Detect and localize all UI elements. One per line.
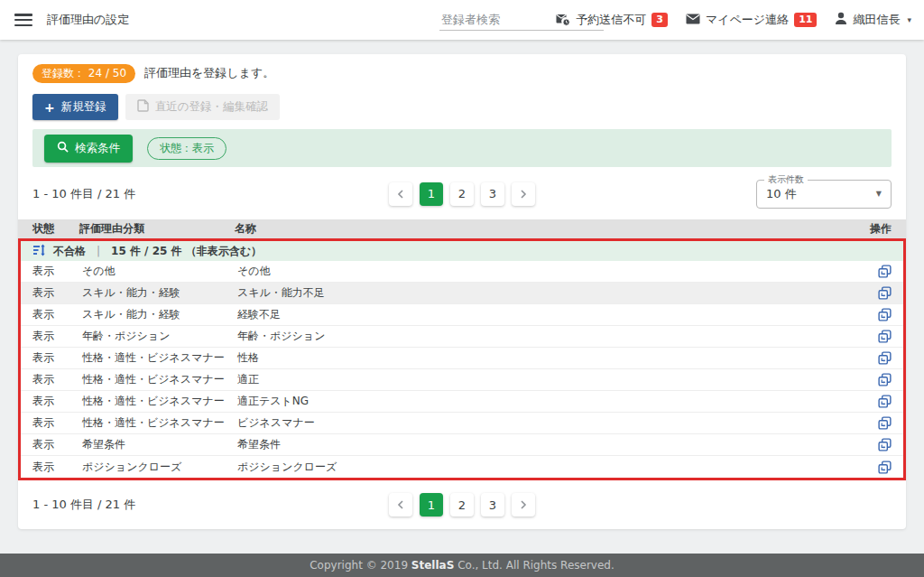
registration-count-badge: 登録数： 24 / 50	[32, 64, 135, 83]
mypage-contact-menu[interactable]: マイページ連絡 11	[686, 12, 818, 28]
row-category: 年齢・ポジション	[82, 329, 237, 344]
table-row[interactable]: 表示 希望条件 希望条件	[21, 434, 903, 456]
table-row[interactable]: 表示 年齢・ポジション 年齢・ポジション	[21, 326, 903, 348]
mypage-count-badge: 11	[794, 13, 817, 27]
row-name: 適正テストNG	[237, 394, 849, 409]
page-button-1[interactable]: 1	[420, 493, 443, 517]
page-title: 評価理由の設定	[47, 12, 129, 28]
column-status: 状態	[18, 221, 79, 237]
row-status: 表示	[21, 372, 82, 387]
row-operations	[849, 308, 903, 321]
per-page-label: 表示件数	[764, 174, 808, 185]
paginator-bottom: 123	[389, 493, 535, 517]
row-name: 経験不足	[237, 307, 849, 322]
table-header: 状態 評価理由分類 名称 操作	[18, 219, 906, 238]
row-category: 性格・適性・ビジネスマナー	[82, 415, 237, 431]
highlighted-table-region: 不合格 | 15 件 / 25 件 （非表示含む） 表示 その他 その他 表示 …	[18, 238, 906, 480]
next-page-button-bottom[interactable]	[512, 493, 535, 517]
row-operations	[849, 351, 903, 365]
copy-icon[interactable]	[878, 330, 892, 343]
app-bar-right: 予約送信不可 3 マイページ連絡 11 織田信長 ▾	[556, 12, 911, 29]
reserve-count-badge: 3	[651, 13, 668, 27]
page-buttons: 123	[420, 182, 504, 206]
chevron-right-icon	[520, 190, 527, 199]
row-category: その他	[82, 264, 237, 279]
copy-icon[interactable]	[878, 438, 892, 451]
plus-icon: +	[44, 102, 55, 113]
app-bar: 評価理由の設定 予約送信不可 3 マイページ連絡 11 織田信長 ▾	[0, 0, 924, 40]
user-menu[interactable]: 織田信長 ▾	[835, 12, 911, 28]
new-registration-button[interactable]: + 新規登録	[32, 94, 118, 120]
copyright-text: Copyright © 2019 StellaS Co., Ltd. All R…	[310, 559, 614, 572]
copy-icon[interactable]	[878, 395, 892, 408]
chevron-left-icon	[397, 500, 404, 509]
table-row[interactable]: 表示 ポジションクローズ ポジションクローズ	[21, 456, 903, 478]
table-body: 表示 その他 その他 表示 スキル・能力・経験 スキル・能力不足 表示 スキル・…	[21, 261, 903, 478]
row-status: 表示	[21, 394, 82, 409]
row-category: 希望条件	[82, 437, 237, 452]
copy-icon[interactable]	[878, 351, 892, 365]
brand-name: StellaS	[411, 559, 454, 572]
column-category: 評価理由分類	[79, 221, 235, 237]
search-conditions-button[interactable]: 検索条件	[44, 135, 133, 163]
search-conditions-label: 検索条件	[75, 141, 120, 156]
page-button-1[interactable]: 1	[420, 182, 443, 206]
page-button-3[interactable]: 3	[481, 182, 504, 206]
prev-page-button-bottom[interactable]	[389, 493, 412, 517]
row-status: 表示	[21, 307, 82, 322]
copy-icon[interactable]	[878, 416, 892, 430]
group-label: 不合格	[53, 244, 86, 259]
row-status: 表示	[21, 437, 82, 452]
table-row[interactable]: 表示 性格・適性・ビジネスマナー 性格	[21, 348, 903, 369]
row-name: 性格	[237, 350, 849, 366]
page-button-2[interactable]: 2	[450, 493, 474, 517]
chevron-left-icon	[397, 190, 404, 199]
page-buttons: 123	[420, 493, 504, 517]
select-caret-icon: ▼	[876, 190, 882, 198]
chevron-right-icon	[520, 500, 527, 509]
top-results-row: 1 - 10 件目 / 21 件 123 表示件数 10 件 ▼	[18, 167, 906, 219]
row-operations	[849, 395, 903, 408]
status-filter-chip[interactable]: 状態：表示	[147, 137, 226, 160]
copy-icon[interactable]	[878, 461, 892, 474]
page-button-2[interactable]: 2	[450, 182, 474, 206]
prev-page-button[interactable]	[389, 182, 412, 206]
recent-edit-check-label: 直近の登録・編集確認	[155, 99, 268, 115]
next-page-button[interactable]	[512, 182, 535, 206]
row-status: 表示	[21, 329, 82, 344]
mypage-contact-label: マイページ連絡	[706, 12, 789, 28]
mail-icon	[686, 14, 700, 27]
table-row[interactable]: 表示 その他 その他	[21, 261, 903, 283]
per-page-select[interactable]: 表示件数 10 件 ▼	[756, 180, 892, 209]
caret-down-icon: ▾	[907, 15, 911, 24]
copy-icon[interactable]	[878, 286, 892, 300]
table-row[interactable]: 表示 性格・適性・ビジネスマナー ビジネスマナー	[21, 413, 903, 434]
group-separator: |	[97, 245, 100, 257]
row-name: 適正	[237, 372, 849, 387]
row-status: 表示	[21, 460, 82, 475]
copy-icon[interactable]	[878, 373, 892, 386]
copy-icon[interactable]	[878, 265, 892, 278]
row-status: 表示	[21, 285, 82, 301]
recent-edit-check-button: 直近の登録・編集確認	[125, 94, 280, 120]
action-buttons-row: + 新規登録 直近の登録・編集確認	[18, 83, 906, 129]
row-name: 希望条件	[237, 437, 849, 452]
sort-icon[interactable]	[32, 244, 46, 259]
reserve-send-menu[interactable]: 予約送信不可 3	[556, 12, 668, 29]
table-row[interactable]: 表示 スキル・能力・経験 スキル・能力不足	[21, 283, 903, 304]
copy-icon[interactable]	[878, 308, 892, 321]
per-page-value: 10 件	[766, 186, 797, 202]
page-button-3[interactable]: 3	[481, 493, 504, 517]
table-row[interactable]: 表示 性格・適性・ビジネスマナー 適正	[21, 369, 903, 391]
row-name: ポジションクローズ	[237, 460, 849, 475]
group-row: 不合格 | 15 件 / 25 件 （非表示含む）	[21, 241, 903, 261]
row-name: 年齢・ポジション	[237, 329, 849, 344]
page-description: 評価理由を登録します。	[144, 65, 274, 81]
reserve-send-label: 予約送信不可	[576, 12, 646, 28]
table-row[interactable]: 表示 スキル・能力・経験 経験不足	[21, 304, 903, 326]
row-operations	[849, 416, 903, 430]
column-name: 名称	[235, 221, 852, 237]
table-row[interactable]: 表示 性格・適性・ビジネスマナー 適正テストNG	[21, 391, 903, 413]
menu-icon[interactable]	[14, 14, 32, 26]
row-status: 表示	[21, 264, 82, 279]
